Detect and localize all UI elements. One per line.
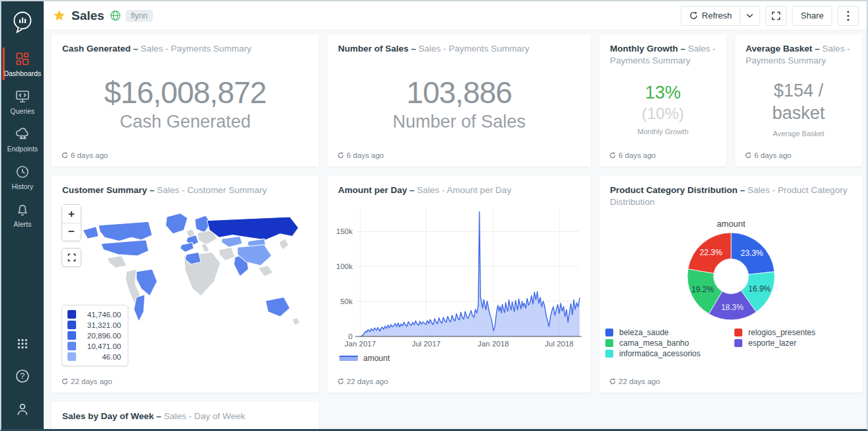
- counter-value: $16,008,872: [105, 75, 267, 110]
- redash-logo-icon[interactable]: [7, 7, 38, 38]
- header-actions: Refresh Share: [681, 6, 859, 26]
- sidebar-item-history[interactable]: History: [3, 158, 43, 196]
- refresh-icon: [62, 152, 68, 159]
- legend-swatch: [734, 329, 742, 336]
- more-menu-button[interactable]: [838, 6, 859, 26]
- pie-legend-item: informatica_acessorios: [605, 349, 728, 358]
- updated-text: 22 days ago: [619, 377, 660, 385]
- map-region-japan: [279, 239, 289, 250]
- widget-title-text: Average Basket: [746, 44, 812, 54]
- legend-value: 10,471.00: [80, 342, 121, 350]
- widget-title: Average Basket – Sales - Payments Summar…: [735, 34, 862, 67]
- map-zoom-in-button[interactable]: +: [62, 205, 81, 223]
- counter-caption: Average Basket: [773, 129, 824, 139]
- widget-title: Cash Generated – Sales - Payments Summar…: [52, 34, 319, 55]
- widget-product-category-distribution: Product Category Distribution – Sales - …: [599, 176, 863, 393]
- donut-chart: 23.3%16.9%18.3%19.2%22.3%: [662, 226, 801, 327]
- widget-average-basket: Average Basket – Sales - Payments Summar…: [735, 34, 862, 167]
- legend-value: 46.00: [80, 353, 121, 361]
- map-region-middle_east: [219, 247, 235, 260]
- legend-label: cama_mesa_banho: [619, 338, 689, 348]
- legend-swatch: [67, 342, 76, 350]
- globe-icon: [110, 10, 121, 21]
- widget-query-link[interactable]: Sales - Customer Summary: [157, 185, 267, 195]
- widget-query-link[interactable]: Sales - Amount per Day: [417, 185, 511, 195]
- widget-title-text: Customer Summary: [62, 185, 147, 195]
- counter-value: 13%: [645, 83, 681, 103]
- refresh-button[interactable]: Refresh: [681, 6, 741, 26]
- fullscreen-button[interactable]: [765, 6, 787, 26]
- history-icon: [15, 164, 30, 180]
- updated-text: 6 days ago: [619, 151, 656, 159]
- map-region-kazakhstan: [222, 237, 242, 248]
- widget-title: Monthly Growth – Sales - Payments Summar…: [599, 34, 726, 67]
- counter-caption: Monthly Growth: [637, 127, 688, 137]
- widget-title-text: Number of Sales: [338, 44, 409, 54]
- queries-icon: [15, 89, 30, 104]
- counter-secondary-value: (10%): [642, 104, 684, 123]
- widget-title: Amount per Day – Sales - Amount per Day: [327, 176, 591, 196]
- title-divider: –: [156, 411, 161, 421]
- sidebar-item-queries[interactable]: Queries: [3, 83, 43, 120]
- sidebar-item-dashboards[interactable]: Dashboards: [3, 45, 43, 83]
- sidebar-item-endpoints[interactable]: Endpoints: [3, 120, 43, 158]
- svg-text:150k: 150k: [336, 227, 353, 235]
- widget-updated: 6 days ago: [745, 151, 791, 159]
- svg-text:100k: 100k: [336, 262, 353, 270]
- favorite-star-icon[interactable]: [53, 9, 65, 22]
- map-region-australia: [265, 297, 290, 317]
- widget-title: Sales by Day of Week – Sales - Day of We…: [52, 402, 319, 422]
- fullscreen-icon: [67, 253, 76, 262]
- apps-grid-icon[interactable]: [15, 336, 30, 351]
- legend-swatch: [67, 331, 76, 340]
- legend-value: 20,896.00: [80, 332, 121, 340]
- legend-label: amount: [363, 354, 390, 363]
- title-divider: –: [815, 44, 820, 54]
- share-button[interactable]: Share: [792, 6, 832, 26]
- refresh-dropdown-button[interactable]: [740, 6, 760, 26]
- svg-text:Jul 2017: Jul 2017: [412, 340, 440, 348]
- map-region-alaska: [83, 227, 99, 239]
- legend-swatch: [605, 329, 613, 336]
- counter-caption: Number of Sales: [392, 112, 525, 132]
- map-legend-row: 31,321.00: [67, 321, 121, 329]
- map-zoom-out-button[interactable]: −: [62, 223, 81, 241]
- dashboard-grid: Cash Generated – Sales - Payments Summar…: [44, 30, 867, 429]
- widget-monthly-growth: Monthly Growth – Sales - Payments Summar…: [599, 34, 726, 167]
- sidebar-item-label: Alerts: [14, 220, 32, 228]
- sidebar-item-alerts[interactable]: Alerts: [3, 196, 43, 233]
- counter-caption: Cash Generated: [120, 112, 251, 132]
- map-region-sea: [258, 266, 273, 277]
- widget-title-text: Sales by Day of Week: [62, 411, 154, 421]
- widget-updated: 6 days ago: [62, 151, 108, 159]
- title-divider: –: [133, 44, 138, 54]
- widget-sales-by-day-of-week: Sales by Day of Week – Sales - Day of We…: [52, 402, 319, 429]
- pie-slice-label: 19.2%: [691, 285, 714, 294]
- user-profile-icon[interactable]: [15, 401, 30, 417]
- title-divider: –: [410, 185, 415, 195]
- legend-label: esporte_lazer: [748, 338, 797, 348]
- chart-legend: amount: [327, 354, 591, 363]
- title-divider: –: [740, 185, 746, 195]
- widget-query-link[interactable]: Sales - Payments Summary: [141, 44, 251, 54]
- donut-chart-area: amount 23.3%16.9%18.3%19.2%22.3% beleza_…: [599, 208, 863, 393]
- help-icon[interactable]: ?: [15, 368, 30, 384]
- map-region-italy: [201, 244, 210, 253]
- map-region-russia: [207, 217, 298, 240]
- widget-query-link[interactable]: Sales - Day of Week: [164, 411, 245, 421]
- pie-legend-item: cama_mesa_banho: [605, 338, 728, 348]
- refresh-icon: [609, 152, 616, 159]
- alerts-icon: [15, 202, 30, 217]
- choropleth-map: + − 41,746.0031,321.0020,896.0010,471.00…: [52, 196, 319, 393]
- widget-query-link[interactable]: Sales - Payments Summary: [419, 44, 529, 54]
- workspace-tag[interactable]: flynn: [126, 10, 153, 22]
- title-divider: –: [411, 44, 416, 54]
- refresh-icon: [745, 152, 752, 159]
- map-legend-row: 41,746.00: [67, 310, 121, 319]
- map-region-usa: [101, 240, 149, 256]
- share-button-label: Share: [801, 11, 824, 20]
- dashboards-icon: [15, 51, 30, 67]
- counter-value: 103,886: [406, 75, 511, 110]
- map-fullscreen-button[interactable]: [62, 248, 81, 267]
- widget-amount-per-day: Amount per Day – Sales - Amount per Day …: [327, 176, 591, 393]
